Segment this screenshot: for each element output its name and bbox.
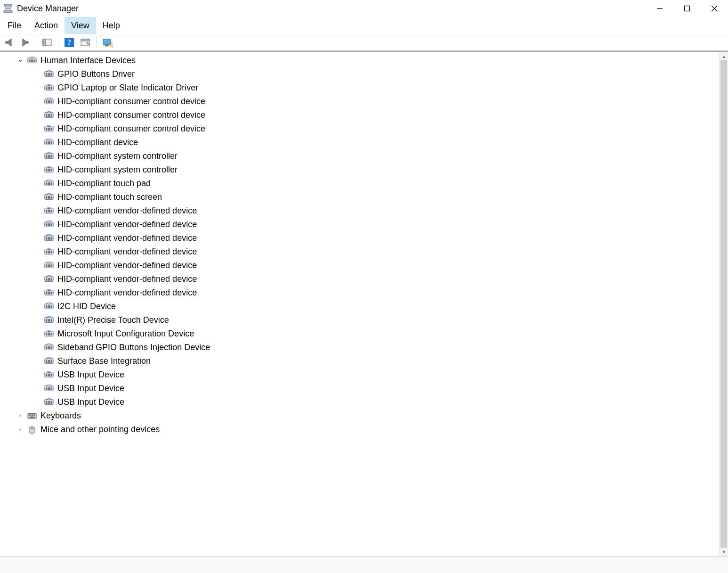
nav-forward-icon [19, 37, 31, 48]
device-node[interactable]: USB Input Device [43, 382, 719, 395]
device-label: HID-compliant system controller [57, 163, 178, 177]
svg-rect-1 [5, 6, 11, 11]
device-label: GPIO Buttons Driver [57, 67, 135, 81]
device-label: HID-compliant device [57, 136, 138, 149]
svg-rect-3 [7, 8, 8, 9]
maximize-button[interactable] [673, 0, 701, 17]
device-label: Intel(R) Precise Touch Device [57, 313, 169, 327]
device-label: Surface Base Integration [57, 354, 151, 368]
category-node[interactable]: ›Keyboards [17, 409, 719, 423]
device-icon [43, 274, 55, 285]
device-icon [43, 247, 55, 257]
toolbar-separator [58, 36, 58, 49]
status-bar [0, 557, 728, 573]
nav-back-button[interactable] [2, 35, 16, 49]
category-node[interactable]: ›Mice and other pointing devices [17, 423, 719, 436]
svg-rect-2 [4, 11, 12, 13]
device-icon [43, 110, 55, 121]
menu-help[interactable]: Help [96, 17, 127, 34]
device-tree[interactable]: ⌄Human Interface DevicesGPIO Buttons Dri… [0, 52, 719, 556]
device-label: HID-compliant consumer control device [57, 108, 205, 122]
expand-arrow-icon[interactable]: › [17, 423, 24, 436]
device-node[interactable]: USB Input Device [43, 395, 719, 409]
device-label: HID-compliant consumer control device [57, 122, 205, 136]
nav-forward-button[interactable] [18, 35, 32, 49]
help-icon [64, 37, 75, 48]
device-node[interactable]: Sideband GPIO Buttons Injection Device [43, 341, 719, 354]
device-node[interactable]: HID-compliant touch pad [43, 177, 719, 190]
window-controls [646, 0, 728, 17]
category-label: Keyboards [40, 409, 81, 423]
category-label: Mice and other pointing devices [40, 423, 160, 436]
nav-back-icon [3, 37, 15, 48]
device-node[interactable]: HID-compliant system controller [43, 149, 719, 163]
minimize-button[interactable] [646, 0, 673, 17]
device-node[interactable]: HID-compliant vendor-defined device [43, 204, 719, 218]
svg-rect-4 [8, 8, 9, 9]
svg-rect-6 [685, 6, 690, 11]
device-node[interactable]: HID-compliant consumer control device [43, 122, 719, 136]
keyboard-category-icon [26, 411, 38, 421]
device-label: HID-compliant vendor-defined device [57, 286, 197, 300]
device-node[interactable]: USB Input Device [43, 368, 719, 382]
mouse-category-icon [26, 425, 38, 435]
device-node[interactable]: HID-compliant vendor-defined device [43, 245, 719, 259]
device-node[interactable]: HID-compliant consumer control device [43, 95, 719, 108]
device-node[interactable]: HID-compliant vendor-defined device [43, 286, 719, 300]
device-node[interactable]: HID-compliant device [43, 136, 719, 149]
toolbar-separator [96, 36, 97, 49]
device-icon [43, 69, 55, 80]
device-node[interactable]: HID-compliant vendor-defined device [43, 218, 719, 231]
device-icon [43, 288, 55, 298]
device-node[interactable]: HID-compliant touch screen [43, 190, 719, 204]
expand-arrow-icon[interactable]: › [17, 409, 24, 423]
toolbar [0, 34, 728, 51]
device-label: HID-compliant touch pad [57, 177, 151, 190]
category-node[interactable]: ⌄Human Interface Devices [17, 54, 719, 67]
device-node[interactable]: Surface Base Integration [43, 354, 719, 368]
device-node[interactable]: I2C HID Device [43, 300, 719, 313]
device-node[interactable]: GPIO Buttons Driver [43, 67, 719, 81]
vertical-scrollbar[interactable]: ▴ ▾ [719, 52, 728, 556]
collapse-arrow-icon[interactable]: ⌄ [17, 53, 24, 66]
device-node[interactable]: Microsoft Input Configuration Device [43, 327, 719, 341]
device-node[interactable]: HID-compliant system controller [43, 163, 719, 177]
device-label: GPIO Laptop or Slate Indicator Driver [57, 81, 198, 95]
device-node[interactable]: HID-compliant vendor-defined device [43, 272, 719, 286]
menu-file[interactable]: File [1, 17, 28, 34]
close-button[interactable] [701, 0, 728, 17]
device-tree-area: ⌄Human Interface DevicesGPIO Buttons Dri… [0, 51, 728, 557]
title-bar: Device Manager [0, 0, 728, 17]
device-icon [43, 261, 55, 271]
hid-category-icon [26, 56, 38, 66]
device-node[interactable]: HID-compliant consumer control device [43, 108, 719, 122]
device-icon [43, 233, 55, 244]
scroll-down-button[interactable]: ▾ [720, 548, 728, 556]
device-icon [43, 165, 55, 175]
toolbar-separator [36, 36, 36, 49]
device-icon [43, 384, 55, 394]
device-icon [43, 97, 55, 107]
device-label: USB Input Device [57, 395, 124, 409]
device-label: HID-compliant vendor-defined device [57, 259, 197, 272]
device-icon [43, 356, 55, 367]
menu-bar: FileActionViewHelp [0, 17, 728, 34]
menu-view[interactable]: View [65, 17, 96, 34]
device-node[interactable]: GPIO Laptop or Slate Indicator Driver [43, 81, 719, 95]
device-icon [43, 138, 55, 148]
show-hide-console-button[interactable] [40, 35, 54, 49]
scan-hardware-button[interactable] [100, 35, 114, 49]
properties-icon [80, 37, 91, 48]
device-node[interactable]: HID-compliant vendor-defined device [43, 231, 719, 245]
device-icon [43, 397, 55, 408]
device-node[interactable]: Intel(R) Precise Touch Device [43, 313, 719, 327]
scroll-thumb[interactable] [720, 60, 727, 548]
device-node[interactable]: HID-compliant vendor-defined device [43, 259, 719, 272]
properties-button[interactable] [78, 35, 92, 49]
menu-action[interactable]: Action [28, 17, 65, 34]
device-icon [43, 124, 55, 134]
device-icon [43, 315, 55, 326]
help-button[interactable] [62, 35, 76, 49]
device-label: HID-compliant vendor-defined device [57, 204, 197, 218]
scroll-up-button[interactable]: ▴ [720, 52, 728, 60]
